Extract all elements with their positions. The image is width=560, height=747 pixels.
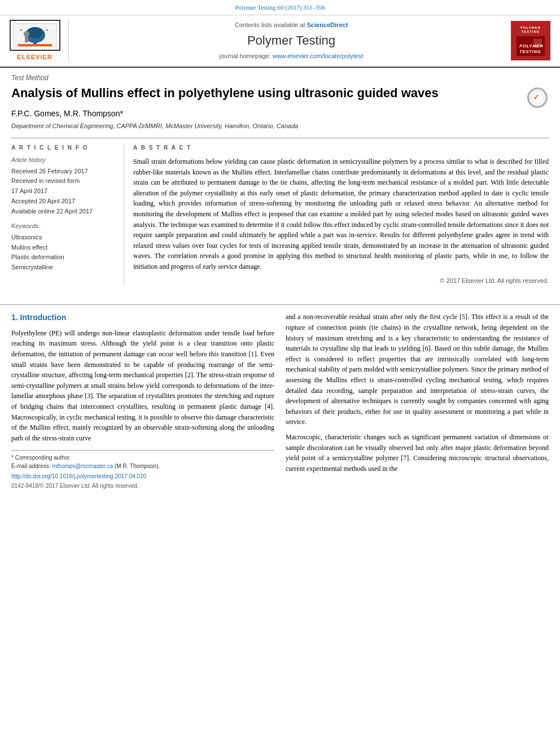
doi-line[interactable]: http://dx.doi.org/10.1016/j.polymertesti… — [11, 473, 274, 481]
homepage-url[interactable]: www.elsevier.com/locate/polytest — [273, 53, 364, 59]
polymer-testing-logo: POLYMER TESTING POLYMER TESTING — [511, 21, 550, 60]
title-area: Analysis of Mullins effect in polyethyle… — [11, 85, 526, 107]
intro-paragraph-2: and a non-recoverable residual strain af… — [286, 312, 549, 427]
page: Polymer Testing 60 (2017) 351–356 — [0, 0, 560, 747]
intro-paragraph-1: Polyethylene (PE) will undergo non-linea… — [11, 328, 274, 444]
title-row: Analysis of Mullins effect in polyethyle… — [11, 85, 549, 108]
footnote-area: * Corresponding author. E-mail address: … — [11, 450, 274, 490]
section-divider — [0, 304, 560, 305]
email-person: (M.R. Thompson). — [115, 463, 160, 469]
article-type-label: Test Method — [11, 73, 549, 83]
abstract-text: Small strain deformations below yielding… — [133, 156, 549, 272]
accepted-date: Accepted 20 April 2017 — [11, 197, 116, 206]
abstract-heading: A B S T R A C T — [133, 144, 549, 152]
history-label: Article history: — [11, 156, 116, 165]
svg-text:TESTING: TESTING — [519, 49, 541, 54]
intro-paragraph-3: Macroscopic, characteristic changes such… — [286, 432, 549, 474]
crossmark-icon: ✓ — [527, 88, 548, 108]
crossmark-area: ✓ — [526, 88, 549, 108]
journal-header: ✦ ✦ ELSEVIER Contents lists available at… — [0, 15, 560, 68]
keywords-label: Keywords: — [11, 222, 116, 231]
body-left-column: 1. Introduction Polyethylene (PE) will u… — [11, 312, 274, 490]
revised-date: 17 April 2017 — [11, 187, 116, 196]
svg-rect-6 — [25, 37, 28, 42]
authors: F.P.C. Gomes, M.R. Thompson* — [11, 108, 549, 119]
keywords-list: Ultrasonics Mullins effect Plastic defor… — [11, 233, 116, 272]
elsevier-logo-image: ✦ ✦ — [10, 20, 60, 51]
journal-ref-text: Polymer Testing 60 (2017) 351–356 — [235, 4, 325, 11]
email-line: E-mail address: mthomps@mcmaster.ca (M.R… — [11, 462, 274, 471]
body-right-column: and a non-recoverable residual strain af… — [286, 312, 549, 490]
intro-heading: 1. Introduction — [11, 312, 274, 323]
svg-text:✓: ✓ — [533, 93, 540, 102]
svg-text:✦: ✦ — [19, 28, 23, 33]
intro-section-num: 1. — [11, 313, 20, 322]
elsevier-wordmark: ELSEVIER — [17, 53, 52, 62]
svg-rect-12 — [533, 39, 542, 47]
keyword-4: Semicrystalline — [11, 263, 116, 273]
article-title: Analysis of Mullins effect in polyethyle… — [11, 85, 526, 102]
keyword-2: Mullins effect — [11, 243, 116, 253]
journal-reference: Polymer Testing 60 (2017) 351–356 — [0, 0, 560, 15]
svg-rect-4 — [18, 44, 52, 46]
email-link[interactable]: mthomps@mcmaster.ca — [52, 463, 113, 469]
article-content: Test Method Analysis of Mullins effect i… — [0, 68, 560, 298]
body-content: 1. Introduction Polyethylene (PE) will u… — [0, 312, 560, 490]
elsevier-logo-area: ✦ ✦ ELSEVIER — [7, 20, 69, 62]
sciencedirect-link[interactable]: ScienceDirect — [307, 21, 348, 28]
svg-point-3 — [28, 27, 42, 38]
keyword-1: Ultrasonics — [11, 233, 116, 243]
affiliation: Department of Chemical Engineering, CAPP… — [11, 122, 549, 131]
online-date: Available online 22 April 2017 — [11, 207, 116, 216]
polymer-testing-logo-area: POLYMER TESTING POLYMER TESTING — [508, 20, 553, 62]
abstract-column: A B S T R A C T Small strain deformation… — [124, 144, 549, 286]
corresponding-author-note: * Corresponding author. — [11, 454, 274, 462]
journal-center-info: Contents lists available at ScienceDirec… — [75, 20, 508, 62]
revised-label: Received in revised form — [11, 177, 116, 186]
homepage-line: journal homepage: www.elsevier.com/locat… — [75, 52, 508, 61]
article-info-column: A R T I C L E I N F O Article history: R… — [11, 144, 124, 286]
sciencedirect-line: Contents lists available at ScienceDirec… — [75, 21, 508, 30]
svg-text:✦: ✦ — [45, 28, 49, 33]
svg-point-5 — [24, 31, 29, 37]
journal-title: Polymer Testing — [75, 32, 508, 50]
article-info-abstract-row: A R T I C L E I N F O Article history: R… — [11, 138, 549, 286]
article-info-heading: A R T I C L E I N F O — [11, 144, 116, 152]
copyright-bottom: 0142-9418/© 2017 Elsevier Ltd. All right… — [11, 482, 274, 491]
abstract-copyright: © 2017 Elsevier Ltd. All rights reserved… — [133, 277, 549, 286]
keyword-3: Plastic deformation — [11, 252, 116, 263]
received-date: Received 26 February 2017 — [11, 167, 116, 176]
intro-section-title: Introduction — [20, 313, 67, 322]
